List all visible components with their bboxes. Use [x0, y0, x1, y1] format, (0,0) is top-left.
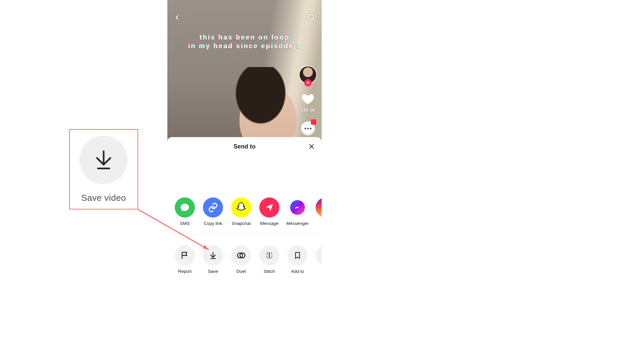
search-icon[interactable]	[307, 13, 316, 23]
comment-button[interactable]	[301, 121, 315, 135]
right-rail: + 246.0K	[299, 66, 317, 135]
share-sms[interactable]: SMS	[175, 197, 195, 226]
stitch-icon	[259, 245, 279, 265]
action-add-favorites[interactable]: Add to Favorites	[287, 245, 308, 275]
share-instagram[interactable]: Ins	[316, 197, 322, 226]
messenger-icon	[287, 197, 308, 218]
share-sheet-header: Send to	[167, 137, 322, 156]
action-duet-label: Duet	[236, 269, 246, 274]
phone-frame: this has been on loop in my head since e…	[167, 0, 322, 275]
message-icon	[259, 197, 279, 218]
share-sms-label: SMS	[180, 221, 190, 226]
share-copy-link-label: Copy link	[204, 221, 222, 226]
callout-label: Save video	[81, 193, 126, 203]
share-snapchat[interactable]: Snapchat	[231, 197, 251, 226]
creator-avatar[interactable]: +	[299, 66, 317, 84]
back-icon[interactable]	[173, 14, 181, 22]
share-sheet-title: Send to	[233, 143, 256, 150]
caption-line-2: in my head since episode 1	[167, 42, 322, 50]
action-save-video-label: Save video	[203, 269, 223, 275]
download-icon	[79, 136, 128, 184]
snapchat-icon	[231, 197, 251, 218]
share-actions-row: Report Save video Duet Stitch	[167, 245, 322, 275]
share-messenger[interactable]: Messenger	[287, 197, 308, 226]
close-icon[interactable]	[307, 142, 316, 151]
action-stitch-label: Stitch	[264, 269, 275, 274]
share-message-label: Message	[260, 221, 279, 226]
share-sheet: Send to SMS Copy link	[167, 137, 322, 275]
svg-line-1	[313, 19, 315, 21]
share-messenger-label: Messenger	[286, 221, 309, 226]
action-save-video[interactable]: Save video	[203, 245, 223, 275]
action-live[interactable]: Live	[316, 245, 322, 274]
comment-icon	[301, 121, 315, 135]
download-icon	[203, 245, 223, 265]
link-icon	[203, 197, 223, 218]
save-video-callout: Save video	[69, 129, 138, 209]
duet-icon	[231, 245, 251, 265]
live-icon	[316, 245, 322, 265]
like-count: 246.0K	[300, 107, 315, 113]
flag-icon	[175, 245, 195, 265]
video-caption: this has been on loop in my head since e…	[167, 33, 322, 50]
caption-line-1: this has been on loop	[167, 33, 322, 42]
action-report-label: Report	[178, 269, 192, 274]
action-duet[interactable]: Duet	[231, 245, 251, 274]
action-stitch[interactable]: Stitch	[259, 245, 279, 274]
action-report[interactable]: Report	[175, 245, 195, 274]
action-add-favorites-label: Add to Favorites	[287, 269, 308, 275]
share-snapchat-label: Snapchat	[231, 221, 251, 226]
like-button[interactable]: 246.0K	[300, 93, 315, 113]
share-copy-link[interactable]: Copy link	[203, 197, 223, 226]
instagram-icon	[316, 197, 322, 218]
sms-icon	[175, 197, 195, 218]
gift-badge-icon	[311, 119, 316, 125]
follow-plus-icon[interactable]: +	[304, 79, 312, 86]
share-message[interactable]: Message	[259, 197, 279, 226]
top-bar	[167, 11, 322, 25]
bookmark-icon	[287, 245, 308, 265]
share-apps-row: SMS Copy link Snapchat Message	[167, 197, 322, 234]
